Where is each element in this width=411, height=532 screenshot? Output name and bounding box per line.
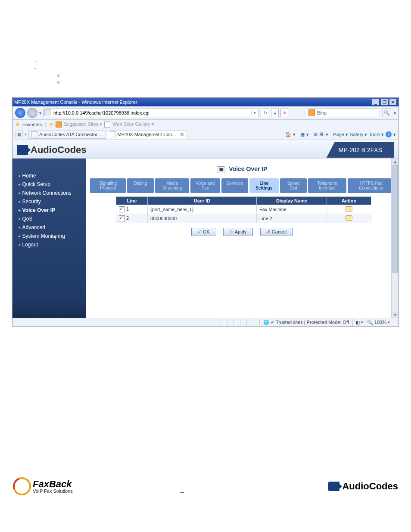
content-scrollbar[interactable]: ▴ ▾ — [391, 159, 399, 318]
app-logo: AudioCodes — [12, 142, 91, 158]
line2-user-id: 0000000000 — [148, 214, 257, 223]
subtab-line-settings[interactable]: Line Settings — [249, 178, 279, 193]
subtab-media-streaming[interactable]: Media Streaming — [155, 178, 189, 193]
device-model-label: MP-202 B 2FXS — [327, 142, 394, 158]
sidebar-item-voice-over-ip[interactable]: Voice Over IP — [12, 206, 86, 215]
sidebar-item-quick-setup[interactable]: Quick Setup — [12, 180, 86, 189]
line1-number: 1 — [126, 206, 129, 212]
document-footer: FaxBack VoIP Fax Solutions – AudioCodes — [13, 477, 398, 495]
bing-icon — [308, 109, 315, 116]
page-icon — [44, 109, 51, 116]
zoom-level: 100% — [374, 320, 386, 325]
window-close-button[interactable]: ✕ — [389, 99, 397, 106]
sidebar-item-home[interactable]: Home — [12, 171, 86, 180]
subtab-dialing[interactable]: Dialing — [127, 178, 154, 193]
window-maximize-button[interactable]: ❐ — [380, 99, 388, 106]
sidebar-item-logout[interactable]: Logout — [12, 240, 86, 249]
search-box[interactable] — [307, 109, 379, 117]
faxback-logo: FaxBack VoIP Fax Solutions — [13, 477, 73, 495]
nav-forward-button[interactable]: → — [27, 108, 37, 118]
sidebar: Home Quick Setup Network Connections Sec… — [12, 159, 86, 318]
faxback-logo-sub: VoIP Fax Solutions — [33, 489, 73, 494]
stop-button[interactable]: ✕ — [280, 109, 288, 117]
favorites-add-icon[interactable]: ★ — [49, 121, 53, 127]
search-options-dropdown[interactable]: ▾ — [394, 111, 396, 115]
tab-audiocodes-connector[interactable]: AudioCodes ATA Connector ... — [28, 130, 106, 139]
audiocodes-footer-text: AudioCodes — [342, 481, 398, 492]
subtab-telephone-interface[interactable]: Telephone Interface — [308, 178, 346, 193]
line2-checkbox[interactable] — [119, 215, 125, 221]
line1-user-id: {port_name_here_1} — [148, 205, 257, 214]
checkmark-icon: ✔ — [271, 320, 274, 325]
zoom-control[interactable]: ◧▾ | 🔍 100% ▾ — [352, 319, 392, 326]
line2-number: 2 — [126, 215, 129, 221]
zoom-mode-icon: ◧ — [355, 320, 360, 325]
command-bar: 🏠▾ · ▦▾ · ✉ 🖶▾ · Page ▾ Safety ▾ Tools ▾… — [285, 131, 396, 137]
audiocodes-logo-icon — [17, 145, 28, 155]
tab-close-button[interactable]: ✕ — [180, 132, 184, 137]
subtab-https-fax-connections[interactable]: HTTPS Fax Connections — [348, 178, 394, 193]
suggested-sites-icon — [56, 121, 62, 128]
table-header-row: Line User ID Display Name Action — [116, 197, 371, 205]
sidebar-item-network-connections[interactable]: Network Connections — [12, 189, 86, 197]
line-settings-table: Line User ID Display Name Action 1 {port… — [116, 196, 371, 223]
safety-menu[interactable]: Safety ▾ — [350, 132, 367, 137]
subtab-voice-and-fax[interactable]: Voice and Fax — [190, 178, 220, 193]
refresh-button[interactable]: ↻ — [261, 109, 269, 117]
print-icon[interactable]: 🖶 — [319, 132, 324, 137]
scroll-thumb[interactable] — [392, 165, 398, 273]
address-bar: ← → ▾ ▾ ↻ ↳ ✕ 🔍 ▾ — [12, 106, 399, 120]
cancel-button[interactable]: ✗ Cancel — [260, 228, 293, 236]
search-input[interactable] — [316, 109, 377, 116]
subtab-signaling-protocol[interactable]: Signaling Protocol — [90, 178, 126, 193]
nav-back-button[interactable]: ← — [15, 108, 25, 118]
nav-history-dropdown[interactable]: ▾ — [39, 111, 41, 115]
sidebar-item-qos[interactable]: QoS — [12, 215, 86, 223]
page-menu[interactable]: Page ▾ — [333, 132, 348, 137]
web-slice-link[interactable]: Web Slice Gallery ▾ — [112, 121, 154, 127]
sidebar-item-system-monitoring[interactable]: System Monitoring — [12, 232, 86, 240]
quick-tabs-button[interactable]: ▦ — [15, 131, 23, 138]
url-field[interactable]: ▾ — [43, 109, 259, 117]
th-line: Line — [116, 197, 148, 205]
apply-button[interactable]: ✎ Apply — [223, 228, 253, 236]
tools-menu[interactable]: Tools ▾ — [369, 132, 384, 137]
line1-edit-icon[interactable] — [346, 206, 352, 212]
url-input[interactable] — [53, 109, 251, 116]
quick-tabs-dropdown[interactable]: ▾ — [25, 132, 27, 137]
search-go-button[interactable]: 🔍 — [383, 109, 391, 117]
internet-icon: 🌐 — [263, 320, 269, 325]
sidebar-item-security[interactable]: Security — [12, 197, 86, 206]
line1-checkbox[interactable] — [119, 206, 125, 212]
url-dropdown[interactable]: ▾ — [251, 111, 258, 115]
footer-dash: – — [181, 488, 184, 495]
ok-button[interactable]: ✓ OK — [191, 228, 216, 236]
go-button[interactable]: ↳ — [271, 109, 279, 117]
subtab-row: Signaling Protocol Dialing Media Streami… — [90, 178, 394, 193]
suggested-sites-link[interactable]: Suggested Sites ▾ — [64, 121, 102, 127]
subtab-speed-dial[interactable]: Speed Dial — [280, 178, 307, 193]
subtab-services[interactable]: Services — [221, 178, 248, 193]
line2-display-name: Line 2 — [257, 214, 327, 223]
line2-edit-icon[interactable] — [346, 215, 352, 221]
scroll-up-button[interactable]: ▴ — [392, 159, 399, 165]
scroll-down-button[interactable]: ▾ — [392, 312, 399, 318]
tab-label: AudioCodes ATA Connector ... — [39, 132, 103, 137]
line1-display-name: Fax Machine — [257, 205, 327, 214]
page-title: ☎ Voice Over IP — [90, 163, 394, 178]
app-brand-text: AudioCodes — [31, 144, 87, 156]
security-zone[interactable]: 🌐 ✔ Trusted sites | Protected Mode: Off — [259, 319, 352, 326]
resize-grip-icon[interactable]: ⋰ — [392, 320, 399, 325]
help-icon[interactable]: ? — [386, 131, 392, 137]
read-mail-icon[interactable]: ✉ — [314, 132, 318, 137]
faxback-logo-main: FaxBack — [33, 479, 73, 489]
feeds-icon[interactable]: ▦ — [300, 132, 305, 137]
sidebar-item-advanced[interactable]: Advanced — [12, 223, 86, 232]
zoom-icon: 🔍 — [367, 320, 373, 325]
favorites-star-icon[interactable]: ★ — [15, 121, 20, 128]
window-minimize-button[interactable]: _ — [372, 99, 380, 106]
tab-mp20x-console[interactable]: MP20X Management Con... ✕ — [107, 130, 187, 139]
home-icon[interactable]: 🏠 — [285, 132, 291, 137]
th-user-id: User ID — [148, 197, 257, 205]
screenshot-container: MP20X Management Console - Windows Inter… — [12, 97, 399, 327]
